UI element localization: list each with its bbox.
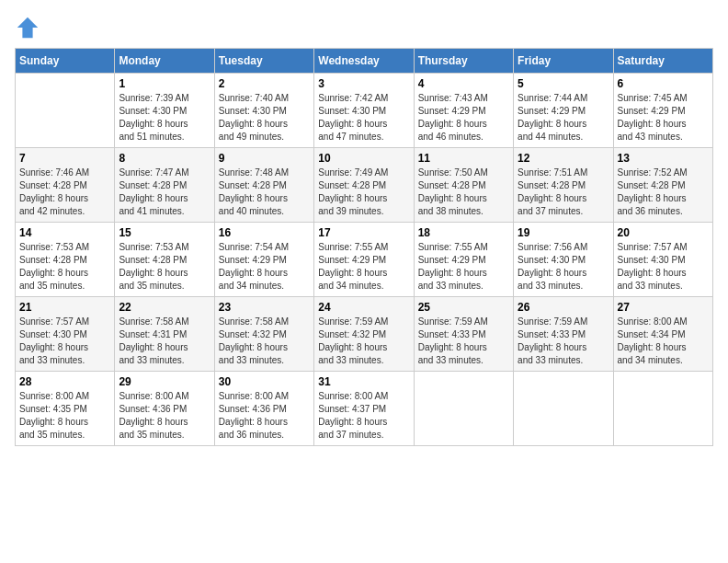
calendar-day-cell	[613, 372, 712, 446]
calendar-day-cell: 29Sunrise: 8:00 AM Sunset: 4:36 PM Dayli…	[115, 372, 214, 446]
calendar-day-cell: 3Sunrise: 7:42 AM Sunset: 4:30 PM Daylig…	[314, 74, 414, 148]
day-number: 8	[119, 152, 210, 165]
day-number: 2	[219, 77, 310, 90]
calendar-day-cell: 2Sunrise: 7:40 AM Sunset: 4:30 PM Daylig…	[214, 74, 313, 148]
day-info: Sunrise: 7:39 AM Sunset: 4:30 PM Dayligh…	[119, 92, 210, 144]
day-info: Sunrise: 7:45 AM Sunset: 4:29 PM Dayligh…	[618, 92, 709, 144]
calendar-week-row: 14Sunrise: 7:53 AM Sunset: 4:28 PM Dayli…	[16, 223, 713, 297]
calendar-day-cell: 11Sunrise: 7:50 AM Sunset: 4:28 PM Dayli…	[414, 148, 513, 223]
day-info: Sunrise: 8:00 AM Sunset: 4:34 PM Dayligh…	[618, 316, 709, 367]
day-info: Sunrise: 7:42 AM Sunset: 4:30 PM Dayligh…	[318, 92, 409, 144]
day-number: 4	[418, 77, 509, 90]
calendar-day-cell: 8Sunrise: 7:47 AM Sunset: 4:28 PM Daylig…	[115, 148, 214, 223]
calendar-day-cell: 23Sunrise: 7:58 AM Sunset: 4:32 PM Dayli…	[214, 297, 313, 372]
day-info: Sunrise: 8:00 AM Sunset: 4:36 PM Dayligh…	[219, 390, 310, 442]
calendar-week-row: 7Sunrise: 7:46 AM Sunset: 4:28 PM Daylig…	[16, 148, 713, 223]
calendar-day-cell	[414, 372, 513, 446]
day-number: 16	[219, 226, 310, 239]
calendar-day-cell: 26Sunrise: 7:59 AM Sunset: 4:33 PM Dayli…	[514, 297, 613, 372]
day-info: Sunrise: 7:47 AM Sunset: 4:28 PM Dayligh…	[119, 167, 210, 218]
day-number: 28	[19, 375, 110, 388]
day-info: Sunrise: 7:46 AM Sunset: 4:28 PM Dayligh…	[19, 167, 110, 218]
calendar-day-cell: 9Sunrise: 7:48 AM Sunset: 4:28 PM Daylig…	[214, 148, 313, 223]
calendar-day-cell: 16Sunrise: 7:54 AM Sunset: 4:29 PM Dayli…	[214, 223, 313, 297]
calendar-day-cell: 30Sunrise: 8:00 AM Sunset: 4:36 PM Dayli…	[214, 372, 313, 446]
calendar-day-cell: 5Sunrise: 7:44 AM Sunset: 4:29 PM Daylig…	[514, 74, 613, 148]
day-of-week-header: Saturday	[613, 49, 712, 74]
day-of-week-header: Tuesday	[214, 49, 313, 74]
day-number: 24	[318, 301, 409, 314]
calendar-day-cell: 31Sunrise: 8:00 AM Sunset: 4:37 PM Dayli…	[314, 372, 414, 446]
day-number: 13	[618, 152, 709, 165]
day-number: 25	[418, 301, 509, 314]
day-number: 30	[219, 375, 310, 388]
day-info: Sunrise: 8:00 AM Sunset: 4:37 PM Dayligh…	[318, 390, 409, 442]
day-info: Sunrise: 7:57 AM Sunset: 4:30 PM Dayligh…	[19, 316, 110, 367]
day-of-week-header: Thursday	[414, 49, 513, 74]
day-info: Sunrise: 7:44 AM Sunset: 4:29 PM Dayligh…	[518, 92, 609, 144]
day-number: 6	[618, 77, 709, 90]
day-info: Sunrise: 7:53 AM Sunset: 4:28 PM Dayligh…	[119, 241, 210, 293]
calendar-day-cell: 18Sunrise: 7:55 AM Sunset: 4:29 PM Dayli…	[414, 223, 513, 297]
day-info: Sunrise: 7:48 AM Sunset: 4:28 PM Dayligh…	[219, 167, 310, 218]
day-info: Sunrise: 7:59 AM Sunset: 4:32 PM Dayligh…	[318, 316, 409, 367]
calendar-day-cell: 13Sunrise: 7:52 AM Sunset: 4:28 PM Dayli…	[613, 148, 712, 223]
day-number: 31	[318, 375, 409, 388]
calendar-table: SundayMondayTuesdayWednesdayThursdayFrid…	[15, 48, 713, 446]
day-info: Sunrise: 8:00 AM Sunset: 4:35 PM Dayligh…	[19, 390, 110, 442]
calendar-day-cell: 20Sunrise: 7:57 AM Sunset: 4:30 PM Dayli…	[613, 223, 712, 297]
calendar-day-cell: 14Sunrise: 7:53 AM Sunset: 4:28 PM Dayli…	[16, 223, 115, 297]
day-info: Sunrise: 7:40 AM Sunset: 4:30 PM Dayligh…	[219, 92, 310, 144]
day-number: 21	[19, 301, 110, 314]
day-number: 26	[518, 301, 609, 314]
calendar-day-cell: 17Sunrise: 7:55 AM Sunset: 4:29 PM Dayli…	[314, 223, 414, 297]
logo	[15, 15, 44, 40]
calendar-day-cell: 27Sunrise: 8:00 AM Sunset: 4:34 PM Dayli…	[613, 297, 712, 372]
day-number: 9	[219, 152, 310, 165]
day-number: 1	[119, 77, 210, 90]
day-info: Sunrise: 7:59 AM Sunset: 4:33 PM Dayligh…	[418, 316, 509, 367]
svg-marker-0	[17, 17, 38, 38]
day-number: 15	[119, 226, 210, 239]
day-number: 3	[318, 77, 409, 90]
day-of-week-header: Friday	[514, 49, 613, 74]
logo-icon	[15, 15, 40, 40]
day-info: Sunrise: 7:43 AM Sunset: 4:29 PM Dayligh…	[418, 92, 509, 144]
day-number: 7	[19, 152, 110, 165]
day-info: Sunrise: 7:49 AM Sunset: 4:28 PM Dayligh…	[318, 167, 409, 218]
calendar-day-cell: 10Sunrise: 7:49 AM Sunset: 4:28 PM Dayli…	[314, 148, 414, 223]
day-of-week-header: Sunday	[16, 49, 115, 74]
day-info: Sunrise: 7:57 AM Sunset: 4:30 PM Dayligh…	[618, 241, 709, 293]
day-info: Sunrise: 7:55 AM Sunset: 4:29 PM Dayligh…	[318, 241, 409, 293]
day-number: 27	[618, 301, 709, 314]
day-info: Sunrise: 7:58 AM Sunset: 4:32 PM Dayligh…	[219, 316, 310, 367]
calendar-day-cell: 4Sunrise: 7:43 AM Sunset: 4:29 PM Daylig…	[414, 74, 513, 148]
day-info: Sunrise: 7:58 AM Sunset: 4:31 PM Dayligh…	[119, 316, 210, 367]
day-number: 23	[219, 301, 310, 314]
day-info: Sunrise: 7:52 AM Sunset: 4:28 PM Dayligh…	[618, 167, 709, 218]
day-info: Sunrise: 7:50 AM Sunset: 4:28 PM Dayligh…	[418, 167, 509, 218]
day-info: Sunrise: 7:53 AM Sunset: 4:28 PM Dayligh…	[19, 241, 110, 293]
calendar-day-cell	[16, 74, 115, 148]
day-number: 20	[618, 226, 709, 239]
calendar-day-cell	[514, 372, 613, 446]
day-info: Sunrise: 8:00 AM Sunset: 4:36 PM Dayligh…	[119, 390, 210, 442]
calendar-day-cell: 19Sunrise: 7:56 AM Sunset: 4:30 PM Dayli…	[514, 223, 613, 297]
calendar-day-cell: 12Sunrise: 7:51 AM Sunset: 4:28 PM Dayli…	[514, 148, 613, 223]
calendar-day-cell: 25Sunrise: 7:59 AM Sunset: 4:33 PM Dayli…	[414, 297, 513, 372]
day-number: 5	[518, 77, 609, 90]
calendar-week-row: 21Sunrise: 7:57 AM Sunset: 4:30 PM Dayli…	[16, 297, 713, 372]
calendar-week-row: 1Sunrise: 7:39 AM Sunset: 4:30 PM Daylig…	[16, 74, 713, 148]
day-number: 22	[119, 301, 210, 314]
day-of-week-header: Wednesday	[314, 49, 414, 74]
calendar-header-row: SundayMondayTuesdayWednesdayThursdayFrid…	[16, 49, 713, 74]
day-number: 11	[418, 152, 509, 165]
day-info: Sunrise: 7:59 AM Sunset: 4:33 PM Dayligh…	[518, 316, 609, 367]
calendar-day-cell: 22Sunrise: 7:58 AM Sunset: 4:31 PM Dayli…	[115, 297, 214, 372]
day-info: Sunrise: 7:56 AM Sunset: 4:30 PM Dayligh…	[518, 241, 609, 293]
calendar-day-cell: 7Sunrise: 7:46 AM Sunset: 4:28 PM Daylig…	[16, 148, 115, 223]
calendar-week-row: 28Sunrise: 8:00 AM Sunset: 4:35 PM Dayli…	[16, 372, 713, 446]
day-of-week-header: Monday	[115, 49, 214, 74]
day-number: 10	[318, 152, 409, 165]
day-number: 14	[19, 226, 110, 239]
